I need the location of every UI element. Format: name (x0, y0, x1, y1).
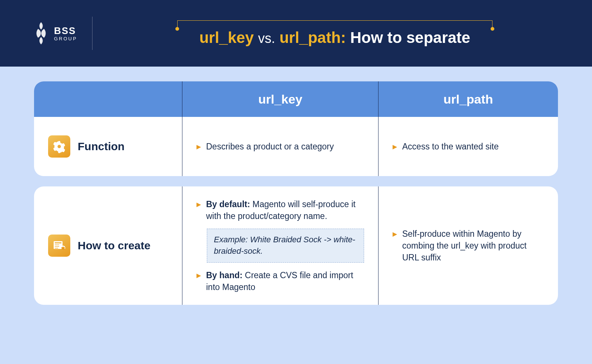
bullet-text: Access to the wanted site (402, 141, 499, 152)
header-bar: BSS GROUP url_key vs. url_path: How to s… (0, 0, 592, 67)
title-frame: url_key vs. url_path: How to separate (177, 20, 492, 47)
bullet-item: ▶ By hand: Create a CVS file and import … (196, 269, 364, 293)
logo-text-bss: BSS (54, 26, 77, 36)
bullet-text: By hand: Create a CVS file and import in… (206, 269, 364, 293)
col-head-empty (34, 81, 182, 117)
bullet-icon: ▶ (196, 272, 201, 293)
bullet-text: By default: Magento will self-produce it… (206, 198, 364, 222)
title-urlkey: url_key (199, 29, 254, 46)
row-label: Function (78, 140, 125, 153)
row-label-cell: Function (34, 117, 182, 176)
row-how-to-create: How to create ▶ By default: Magento will… (34, 186, 558, 305)
bullet-icon: ▶ (196, 200, 201, 222)
logo-text-group: GROUP (54, 36, 77, 41)
content-area: url_key url_path Function ▶ Describes a … (0, 67, 592, 305)
function-icon (48, 135, 70, 158)
col-head-urlpath: url_path (378, 81, 558, 117)
cell-function-urlpath: ▶ Access to the wanted site (378, 117, 558, 176)
decorative-dot (175, 27, 179, 31)
col-head-urlkey: url_key (182, 81, 378, 117)
title-colon: : (341, 29, 346, 46)
bullet-icon: ▶ (393, 143, 397, 152)
comparison-card-2: How to create ▶ By default: Magento will… (34, 186, 558, 305)
title-urlpath: url_path (279, 29, 341, 46)
cell-create-urlpath: ▶ Self-produce within Magento by combing… (378, 186, 558, 305)
bullet-icon: ▶ (393, 230, 397, 264)
bullet-item: ▶ By default: Magento will self-produce … (196, 198, 364, 222)
title-wrap: url_key vs. url_path: How to separate (111, 20, 559, 47)
bullet-item: ▶ Describes a product or a category (196, 141, 364, 152)
header-divider (92, 17, 92, 50)
row-label-cell: How to create (34, 186, 182, 305)
cell-function-urlkey: ▶ Describes a product or a category (182, 117, 378, 176)
column-header: url_key url_path (34, 81, 558, 117)
comparison-card-1: url_key url_path Function ▶ Describes a … (34, 81, 558, 176)
logo: BSS GROUP (33, 22, 77, 44)
bullet-item: ▶ Access to the wanted site (393, 141, 544, 152)
row-function: Function ▶ Describes a product or a cate… (34, 117, 558, 176)
bullet-icon: ▶ (196, 143, 201, 152)
example-box: Example: White Braided Sock -> white-bra… (207, 229, 364, 263)
cell-create-urlkey: ▶ By default: Magento will self-produce … (182, 186, 378, 305)
decorative-dot (491, 27, 494, 31)
title-rest: How to separate (350, 29, 470, 46)
bss-logo-icon (33, 22, 49, 44)
title-vs: vs. (258, 31, 275, 46)
page-title: url_key vs. url_path: How to separate (199, 29, 470, 47)
row-label: How to create (78, 239, 151, 252)
bullet-text: Self-produce within Magento by combing t… (402, 228, 544, 264)
bullet-item: ▶ Self-produce within Magento by combing… (393, 228, 544, 264)
create-icon (48, 235, 70, 257)
bullet-text: Describes a product or a category (206, 141, 334, 152)
